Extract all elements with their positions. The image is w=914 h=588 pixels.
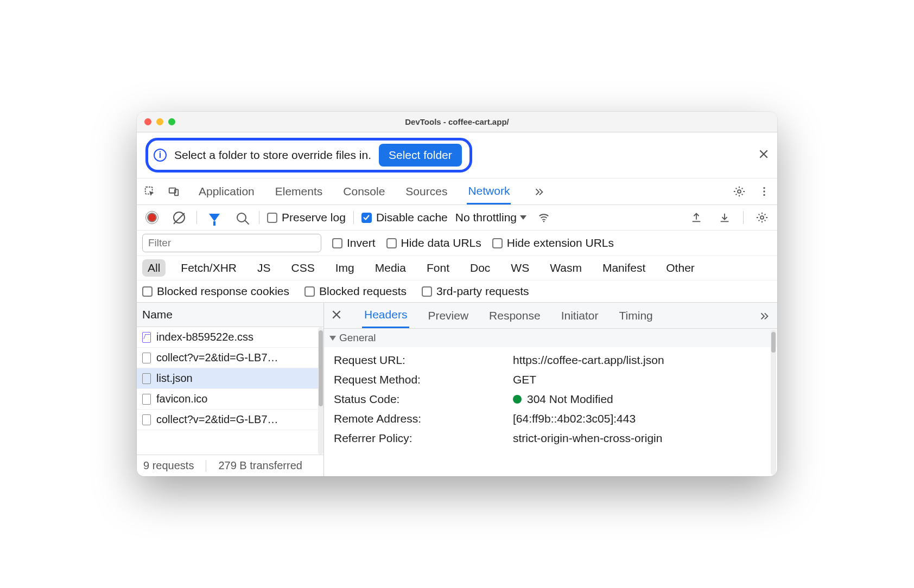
- scrollbar-thumb[interactable]: [771, 332, 776, 353]
- tab-initiator[interactable]: Initiator: [559, 304, 601, 328]
- status-text: 304 Not Modified: [527, 393, 613, 406]
- svg-point-7: [543, 221, 545, 222]
- type-all[interactable]: All: [142, 259, 166, 277]
- type-css[interactable]: CSS: [286, 259, 320, 277]
- transferred-size: 279 B transferred: [212, 455, 309, 476]
- section-title: General: [339, 332, 376, 344]
- kv-value: 304 Not Modified: [513, 393, 767, 406]
- separator: [743, 211, 744, 224]
- blocked-requests-checkbox[interactable]: Blocked requests: [304, 285, 407, 298]
- blocked-cookies-checkbox[interactable]: Blocked response cookies: [142, 285, 289, 298]
- devtools-window: DevTools - coffee-cart.app/ i Select a f…: [137, 112, 777, 476]
- request-row[interactable]: collect?v=2&tid=G-LB7…: [137, 410, 323, 430]
- invert-checkbox[interactable]: Invert: [332, 237, 376, 250]
- tab-headers[interactable]: Headers: [362, 303, 409, 328]
- type-fetch-xhr[interactable]: Fetch/XHR: [175, 259, 242, 277]
- request-name: list.json: [156, 372, 193, 385]
- css-file-icon: [142, 332, 151, 343]
- tab-response[interactable]: Response: [487, 304, 543, 328]
- request-name: collect?v=2&tid=G-LB7…: [156, 413, 278, 426]
- third-party-checkbox[interactable]: 3rd-party requests: [422, 285, 529, 298]
- filter-toggle-icon[interactable]: [205, 208, 224, 227]
- request-name: favicon.ico: [156, 393, 208, 405]
- download-har-icon[interactable]: [715, 208, 734, 227]
- separator: [353, 211, 354, 224]
- scrollbar-thumb[interactable]: [319, 330, 323, 406]
- kv-key: Status Code:: [334, 393, 513, 406]
- type-wasm[interactable]: Wasm: [544, 259, 587, 277]
- tab-sources[interactable]: Sources: [404, 180, 448, 203]
- type-other[interactable]: Other: [661, 259, 700, 277]
- separator: [196, 211, 197, 224]
- clear-button[interactable]: [169, 208, 189, 227]
- tab-application[interactable]: Application: [198, 180, 256, 203]
- request-row[interactable]: favicon.ico: [137, 389, 323, 410]
- network-settings-icon[interactable]: [752, 208, 772, 227]
- svg-point-8: [760, 216, 764, 219]
- throttling-select[interactable]: No throttling: [455, 211, 526, 224]
- type-font[interactable]: Font: [421, 259, 455, 277]
- tab-timing[interactable]: Timing: [617, 304, 655, 328]
- file-icon: [142, 414, 151, 425]
- resource-type-bar: All Fetch/XHR JS CSS Img Media Font Doc …: [137, 256, 777, 280]
- detail-tabs: Headers Preview Response Initiator Timin…: [324, 303, 777, 329]
- checkbox-icon: [332, 238, 342, 248]
- kv-value: https://coffee-cart.app/list.json: [513, 354, 767, 367]
- preserve-log-checkbox[interactable]: Preserve log: [267, 211, 346, 224]
- more-detail-tabs-icon[interactable]: [754, 306, 774, 325]
- scrollbar[interactable]: [771, 330, 776, 475]
- tab-preview[interactable]: Preview: [426, 304, 471, 328]
- hide-data-urls-checkbox[interactable]: Hide data URLs: [386, 237, 481, 250]
- infobar-close-button[interactable]: [759, 149, 769, 162]
- kv-row: Referrer Policy:strict-origin-when-cross…: [334, 429, 767, 448]
- zoom-window-icon[interactable]: [168, 118, 175, 125]
- more-tabs-icon[interactable]: [529, 182, 549, 201]
- device-mode-icon[interactable]: [164, 182, 183, 201]
- type-img[interactable]: Img: [330, 259, 360, 277]
- preserve-log-label: Preserve log: [282, 211, 346, 224]
- minimize-window-icon[interactable]: [156, 118, 163, 125]
- close-window-icon[interactable]: [144, 118, 151, 125]
- kv-row: Request Method:GET: [334, 370, 767, 389]
- type-media[interactable]: Media: [370, 259, 411, 277]
- checkbox-icon: [304, 286, 315, 297]
- type-manifest[interactable]: Manifest: [597, 259, 651, 277]
- general-section-header[interactable]: General: [324, 329, 777, 347]
- request-row[interactable]: list.json: [137, 368, 323, 389]
- inspect-icon[interactable]: [140, 182, 160, 201]
- request-row[interactable]: index-b859522e.css: [137, 327, 323, 348]
- status-bar: 9 requests 279 B transferred: [137, 455, 323, 476]
- type-doc[interactable]: Doc: [465, 259, 496, 277]
- hide-ext-label: Hide extension URLs: [507, 237, 614, 250]
- name-column-header[interactable]: Name: [137, 303, 323, 327]
- type-ws[interactable]: WS: [505, 259, 535, 277]
- tab-console[interactable]: Console: [342, 180, 386, 203]
- scrollbar[interactable]: [318, 327, 323, 455]
- tab-network[interactable]: Network: [467, 179, 511, 204]
- request-count: 9 requests: [137, 455, 200, 476]
- svg-point-3: [738, 190, 741, 193]
- network-conditions-icon[interactable]: [534, 208, 554, 227]
- upload-har-icon[interactable]: [687, 208, 706, 227]
- request-name: index-b859522e.css: [156, 331, 253, 343]
- disclosure-triangle-icon: [329, 336, 336, 341]
- request-name: collect?v=2&tid=G-LB7…: [156, 351, 278, 364]
- hide-ext-urls-checkbox[interactable]: Hide extension URLs: [492, 237, 614, 250]
- search-icon[interactable]: [232, 208, 251, 227]
- tab-elements[interactable]: Elements: [274, 180, 324, 203]
- filter-input[interactable]: [142, 234, 321, 252]
- kebab-menu-icon[interactable]: [754, 182, 774, 201]
- filter-bar: Invert Hide data URLs Hide extension URL…: [137, 231, 777, 256]
- type-js[interactable]: JS: [252, 259, 276, 277]
- kv-key: Referrer Policy:: [334, 432, 513, 445]
- settings-icon[interactable]: [729, 182, 749, 201]
- select-folder-button[interactable]: Select folder: [379, 144, 462, 167]
- close-detail-button[interactable]: [327, 309, 346, 322]
- kv-value: GET: [513, 373, 767, 386]
- window-controls[interactable]: [137, 118, 175, 125]
- record-button[interactable]: [142, 208, 162, 227]
- disable-cache-checkbox[interactable]: Disable cache: [361, 211, 448, 224]
- disable-cache-label: Disable cache: [376, 211, 448, 224]
- override-highlight: i Select a folder to store override file…: [145, 138, 472, 172]
- request-row[interactable]: collect?v=2&tid=G-LB7…: [137, 348, 323, 368]
